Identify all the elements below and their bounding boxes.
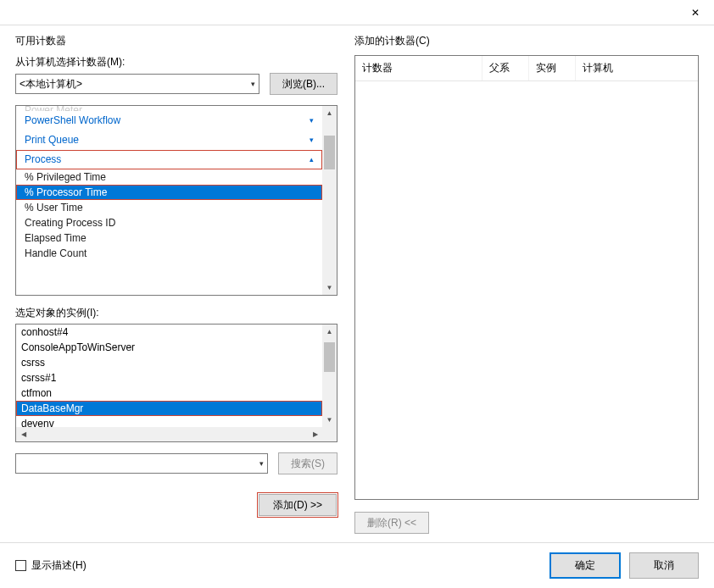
- instances-label: 选定对象的实例(I):: [15, 306, 337, 320]
- added-counters-title: 添加的计数器(C): [354, 34, 699, 48]
- close-icon: ✕: [691, 7, 700, 19]
- add-counters-dialog: ✕ 可用计数器 从计算机选择计数器(M): <本地计算机> ▾ 浏览(B)...…: [0, 0, 714, 588]
- instance-list: conhost#4ConsoleAppToWinServercsrsscsrss…: [15, 324, 337, 442]
- scroll-thumb[interactable]: [324, 136, 335, 169]
- instance-item[interactable]: ctfmon: [16, 386, 322, 401]
- counter-item[interactable]: % User Time: [16, 200, 322, 215]
- scroll-up-icon[interactable]: ▲: [322, 325, 337, 339]
- add-button[interactable]: 添加(D) >>: [259, 494, 337, 516]
- add-row: 添加(D) >>: [15, 493, 337, 517]
- show-description-row: 显示描述(H): [15, 558, 86, 573]
- available-counters-pane: 可用计数器 从计算机选择计数器(M): <本地计算机> ▾ 浏览(B)... P…: [15, 34, 337, 534]
- cancel-button[interactable]: 取消: [629, 552, 699, 579]
- col-parent[interactable]: 父系: [483, 56, 529, 80]
- table-header: 计数器 父系 实例 计算机: [355, 56, 698, 81]
- ok-button[interactable]: 确定: [549, 552, 621, 579]
- counter-item[interactable]: Handle Count: [16, 246, 322, 261]
- chevron-down-icon: ▾: [310, 116, 314, 125]
- table-body: [355, 81, 698, 499]
- computer-combo[interactable]: <本地计算机> ▾: [15, 74, 259, 94]
- category-label: Print Queue: [25, 134, 79, 146]
- counter-item[interactable]: % Processor Time: [16, 185, 322, 200]
- added-counters-pane: 添加的计数器(C) 计数器 父系 实例 计算机 删除(R) <<: [354, 34, 699, 534]
- counter-list-scrollbar[interactable]: ▲ ▼: [322, 106, 337, 295]
- remove-button: 删除(R) <<: [354, 512, 429, 534]
- category-item[interactable]: Print Queue▾: [16, 130, 322, 150]
- scroll-down-icon[interactable]: ▼: [322, 413, 337, 427]
- instance-item[interactable]: conhost#4: [16, 325, 322, 340]
- scroll-track-h[interactable]: [31, 427, 308, 441]
- counter-list-inner: Power Meter PowerShell Workflow▾Print Qu…: [16, 106, 322, 295]
- col-counter[interactable]: 计数器: [355, 56, 483, 80]
- computer-label: 从计算机选择计数器(M):: [15, 55, 337, 69]
- titlebar: ✕: [0, 0, 714, 25]
- remove-row: 删除(R) <<: [354, 512, 699, 534]
- instance-item[interactable]: devenv: [16, 416, 322, 427]
- chevron-down-icon: ▾: [259, 459, 264, 468]
- computer-value: <本地计算机>: [20, 77, 82, 92]
- scroll-corner: [322, 427, 337, 441]
- instance-item[interactable]: csrss#1: [16, 370, 322, 386]
- scroll-left-icon[interactable]: ◀: [16, 427, 31, 441]
- instance-scrollbar-v[interactable]: ▲ ▼: [322, 325, 337, 427]
- scroll-right-icon[interactable]: ▶: [308, 427, 322, 441]
- scroll-track[interactable]: [322, 120, 337, 280]
- category-label: PowerShell Workflow: [25, 114, 120, 126]
- instance-item[interactable]: ConsoleAppToWinServer: [16, 340, 322, 355]
- show-description-label: 显示描述(H): [31, 558, 86, 573]
- search-row: ▾ 搜索(S): [15, 452, 337, 474]
- instance-item[interactable]: csrss: [16, 355, 322, 370]
- search-combo[interactable]: ▾: [15, 453, 268, 474]
- counter-item[interactable]: Elapsed Time: [16, 230, 322, 246]
- computer-row: <本地计算机> ▾ 浏览(B)...: [15, 73, 337, 95]
- footer-buttons: 确定 取消: [549, 552, 699, 579]
- col-instance[interactable]: 实例: [529, 56, 576, 80]
- scroll-track[interactable]: [322, 339, 337, 413]
- instance-item[interactable]: DataBaseMgr: [16, 401, 322, 416]
- add-button-highlight: 添加(D) >>: [258, 493, 337, 517]
- category-item[interactable]: PowerShell Workflow▾: [16, 111, 322, 130]
- counter-item[interactable]: % Privileged Time: [16, 169, 322, 185]
- close-button[interactable]: ✕: [676, 0, 714, 25]
- scroll-down-icon[interactable]: ▼: [322, 280, 337, 295]
- chevron-down-icon: ▾: [251, 80, 255, 88]
- counter-item[interactable]: Creating Process ID: [16, 215, 322, 230]
- chevron-up-icon: ▴: [310, 155, 314, 164]
- col-computer[interactable]: 计算机: [576, 56, 698, 80]
- added-counters-table: 计数器 父系 实例 计算机: [354, 55, 699, 500]
- scroll-up-icon[interactable]: ▲: [322, 106, 337, 120]
- dialog-content: 可用计数器 从计算机选择计数器(M): <本地计算机> ▾ 浏览(B)... P…: [0, 25, 714, 542]
- instance-scrollbar-h[interactable]: ◀ ▶: [16, 427, 322, 441]
- category-item[interactable]: Process▴: [16, 150, 322, 169]
- dialog-footer: 显示描述(H) 确定 取消: [0, 542, 714, 588]
- category-label: Process: [25, 153, 61, 165]
- counter-category-list: Power Meter PowerShell Workflow▾Print Qu…: [15, 105, 337, 296]
- browse-button[interactable]: 浏览(B)...: [270, 73, 337, 95]
- available-counters-title: 可用计数器: [15, 34, 337, 48]
- scroll-thumb[interactable]: [324, 342, 335, 372]
- show-description-checkbox[interactable]: [15, 560, 26, 571]
- instance-list-inner: conhost#4ConsoleAppToWinServercsrsscsrss…: [16, 325, 322, 427]
- chevron-down-icon: ▾: [310, 136, 314, 144]
- search-button: 搜索(S): [278, 452, 337, 474]
